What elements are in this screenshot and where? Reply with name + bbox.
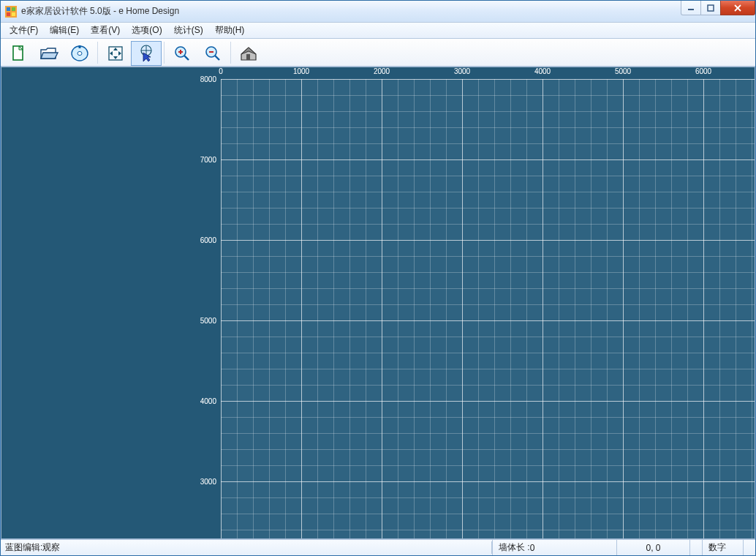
status-grip <box>743 540 755 555</box>
window-title: e家家居设计软件 5.0版 - e Home Design <box>21 5 179 18</box>
x-tick: 6000 <box>695 67 711 75</box>
toolbar <box>1 39 755 67</box>
toolbar-group-view <box>99 40 162 65</box>
toolbar-group-3d <box>233 40 265 65</box>
app-window: e家家居设计软件 5.0版 - e Home Design 文件(F) 编辑(E… <box>0 0 756 556</box>
x-tick: 3000 <box>454 67 470 75</box>
num-label: 数字 <box>708 541 726 554</box>
y-tick: 7000 <box>200 156 216 164</box>
svg-rect-6 <box>708 5 714 11</box>
menu-help[interactable]: 帮助(H) <box>209 23 251 38</box>
svg-marker-18 <box>113 56 118 59</box>
toolbar-separator <box>164 42 165 64</box>
zoom-in-icon <box>173 44 192 63</box>
house-3d-button[interactable] <box>233 41 264 66</box>
menu-file[interactable]: 文件(F) <box>4 23 44 38</box>
zoom-out-icon <box>203 44 222 63</box>
menu-edit[interactable]: 编辑(E) <box>44 23 85 38</box>
y-tick: 5000 <box>200 317 216 325</box>
status-wall-length: 墙体长 : 0 <box>492 540 616 555</box>
maximize-button[interactable] <box>700 1 721 15</box>
close-button[interactable] <box>720 1 755 15</box>
svg-marker-12 <box>41 53 58 59</box>
new-file-icon <box>9 44 28 63</box>
ruler-x: 0 1000 2000 3000 4000 5000 6000 <box>221 67 755 79</box>
pan-button[interactable] <box>100 41 131 66</box>
maximize-icon <box>707 4 714 12</box>
status-bar: 蓝图编辑:观察 墙体长 : 0 0, 0 数字 <box>1 539 755 555</box>
save-button[interactable] <box>64 41 95 66</box>
svg-rect-15 <box>79 45 81 48</box>
title-bar: e家家居设计软件 5.0版 - e Home Design <box>1 1 755 23</box>
coords-text: 0, 0 <box>646 543 660 553</box>
open-folder-icon <box>39 44 59 63</box>
wall-length-value: 0 <box>530 543 535 553</box>
y-tick: 6000 <box>200 236 216 244</box>
ruler-y: 8000 7000 6000 5000 4000 3000 <box>1 79 221 538</box>
svg-rect-34 <box>246 54 250 60</box>
svg-rect-3 <box>7 12 10 16</box>
new-file-button[interactable] <box>3 41 34 66</box>
grid[interactable] <box>221 79 755 538</box>
x-tick: 4000 <box>534 67 551 75</box>
svg-line-26 <box>184 56 189 60</box>
wall-length-label: 墙体长 : <box>499 541 530 554</box>
svg-marker-17 <box>113 48 118 50</box>
pointer-icon <box>137 44 156 63</box>
y-tick: 3000 <box>200 478 216 486</box>
svg-rect-4 <box>12 12 15 16</box>
svg-rect-2 <box>12 7 15 11</box>
x-tick: 2000 <box>374 67 390 75</box>
x-tick: 1000 <box>293 67 309 75</box>
svg-point-14 <box>78 51 82 55</box>
status-spacer <box>689 540 702 555</box>
x-tick: 0 <box>219 67 223 75</box>
zoom-out-button[interactable] <box>197 41 228 66</box>
open-button[interactable] <box>34 41 64 66</box>
svg-rect-1 <box>7 7 10 11</box>
grid-major <box>221 79 755 538</box>
svg-line-30 <box>215 56 219 60</box>
x-tick: 5000 <box>615 67 631 75</box>
status-mode-text: 蓝图编辑:观察 <box>5 541 60 554</box>
y-tick: 8000 <box>200 75 216 83</box>
house-3d-icon <box>238 44 259 63</box>
pan-arrows-icon <box>106 44 125 63</box>
status-num: 数字 <box>702 540 743 555</box>
zoom-in-button[interactable] <box>167 41 197 66</box>
menu-options[interactable]: 选项(O) <box>126 23 167 38</box>
pointer-button[interactable] <box>131 41 162 66</box>
save-disk-icon <box>70 44 89 63</box>
y-tick: 4000 <box>200 397 216 405</box>
toolbar-group-zoom <box>166 40 229 65</box>
menu-view[interactable]: 查看(V) <box>85 23 126 38</box>
toolbar-separator <box>97 42 98 64</box>
status-mode: 蓝图编辑:观察 <box>1 541 492 554</box>
minimize-button[interactable] <box>681 1 701 15</box>
svg-marker-19 <box>110 51 113 56</box>
svg-rect-5 <box>688 9 694 10</box>
canvas-area[interactable]: 0 1000 2000 3000 4000 5000 6000 8000 700… <box>1 67 755 539</box>
window-controls <box>681 1 755 15</box>
svg-marker-20 <box>118 51 121 56</box>
close-icon <box>733 4 742 12</box>
app-icon <box>5 6 17 18</box>
toolbar-separator <box>230 42 231 64</box>
status-coords: 0, 0 <box>616 540 689 555</box>
menu-bar: 文件(F) 编辑(E) 查看(V) 选项(O) 统计(S) 帮助(H) <box>1 23 755 39</box>
minimize-icon <box>687 4 695 12</box>
menu-stats[interactable]: 统计(S) <box>168 23 209 38</box>
toolbar-group-file <box>2 40 96 65</box>
